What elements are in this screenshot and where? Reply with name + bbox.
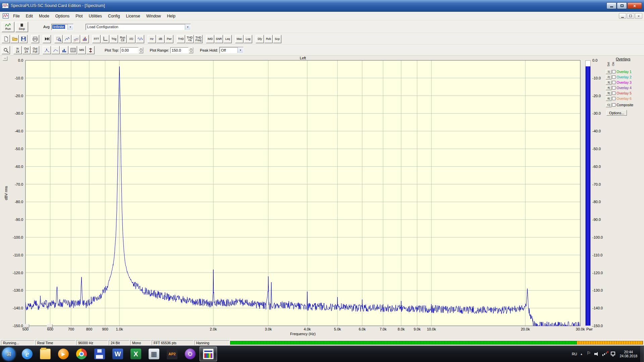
taskbar-media-app[interactable] [181, 347, 199, 361]
tray-expand-icon[interactable]: ▲ [580, 353, 583, 356]
units-db-button[interactable]: dB [156, 35, 165, 43]
menu-item-mode[interactable]: Mode [36, 13, 52, 19]
menu-item-window[interactable]: Window [143, 13, 164, 19]
mdi-restore-button[interactable] [627, 13, 634, 19]
taskbar-chrome[interactable] [73, 347, 90, 361]
taskbar-floppy-save[interactable] [91, 347, 108, 361]
overlay-on-checkbox[interactable] [612, 103, 615, 107]
load-configuration-select[interactable]: Load Configuration ▼ [86, 24, 191, 30]
taskbar-excel[interactable]: X [127, 347, 145, 361]
x-axis-scroll-handle[interactable] [47, 324, 53, 327]
taskbar-spectraplus[interactable] [200, 347, 217, 361]
menu-item-utilities[interactable]: Utilities [86, 13, 105, 19]
zoom-select-button[interactable] [54, 35, 63, 43]
leq-button[interactable]: Leq [223, 35, 232, 43]
imd-button[interactable]: IMD [206, 35, 214, 43]
clock[interactable]: 20:44 24.08.2018 [620, 350, 637, 358]
menu-item-options[interactable]: Options [52, 13, 72, 19]
show-desktop-button[interactable] [641, 346, 644, 362]
trigger-button[interactable]: Trig [110, 35, 118, 43]
units-hz-button[interactable]: Hz [148, 35, 156, 43]
spin-down-icon[interactable]: ▼ [139, 50, 143, 53]
io-device-button[interactable]: I/O [127, 35, 136, 43]
dropdown-arrow-icon[interactable]: ▼ [67, 24, 73, 30]
stop-button[interactable]: Stop [15, 22, 28, 32]
dropdown-arrow-icon[interactable]: ▼ [237, 47, 243, 53]
overlay-set-button-4[interactable]: 4] [606, 86, 611, 90]
overlay-set-button-5[interactable]: 5] [606, 91, 611, 96]
overlay-on-checkbox[interactable] [612, 97, 615, 100]
overlay-set-button-2[interactable]: 2] [606, 75, 611, 79]
menu-item-help[interactable]: Help [164, 13, 178, 19]
overlay-on-checkbox[interactable] [612, 75, 615, 79]
overlays-options-button[interactable]: Options... [606, 110, 627, 116]
zoom-in-2x-button[interactable]: In 2X [13, 46, 22, 54]
close-button[interactable]: × [627, 2, 642, 9]
signal-generator-button[interactable] [136, 35, 144, 43]
averaging-select[interactable]: Infinite ▼ [51, 24, 73, 30]
scope-button[interactable]: Scp [273, 35, 281, 43]
pane-collapse-button[interactable]: − [3, 56, 7, 61]
start-button[interactable]: ⊞ [2, 347, 15, 361]
peak-display-button[interactable] [43, 46, 51, 54]
run-control-button[interactable]: Run Ctl [118, 35, 127, 43]
maximize-button[interactable] [617, 2, 627, 9]
menu-item-config[interactable]: Config [105, 13, 123, 19]
x-axis-scroll-handle[interactable] [23, 324, 29, 327]
spin-up-icon[interactable]: ▲ [139, 47, 143, 50]
units-power-button[interactable]: Pwr [165, 35, 173, 43]
taskbar-internet-explorer[interactable]: e [18, 347, 36, 361]
display-icon[interactable] [610, 351, 616, 357]
network-error-icon[interactable] [602, 351, 608, 357]
overlay-on-checkbox[interactable] [612, 81, 615, 84]
run-button[interactable]: Run [2, 22, 14, 32]
taskbar-media-player[interactable]: ▶ [55, 347, 72, 361]
menu-item-file[interactable]: File [10, 13, 23, 19]
waterfall-view-button[interactable] [72, 35, 80, 43]
scaling-button[interactable] [101, 35, 109, 43]
volume-icon[interactable] [594, 351, 600, 357]
delay-button[interactable]: Dly [256, 35, 264, 43]
overlay-set-button-C[interactable]: C] [606, 103, 611, 107]
plot-top-spinner[interactable]: ▲▼ [139, 47, 143, 53]
print-button[interactable] [31, 35, 39, 43]
fast-forward-button[interactable] [43, 35, 51, 43]
thd-plus-n-button[interactable]: THD +N [185, 35, 194, 43]
overlay-on-checkbox[interactable] [612, 92, 615, 95]
overlay-set-button-1[interactable]: 1] [606, 70, 611, 74]
data-logging-button[interactable]: Log [244, 35, 252, 43]
mdi-minimize-button[interactable] [619, 13, 626, 19]
plot-range-spinner[interactable]: ▲▼ [189, 47, 193, 53]
data-table-button[interactable] [69, 46, 77, 54]
snr-button[interactable]: SNR [215, 35, 223, 43]
language-indicator[interactable]: RU [572, 352, 577, 356]
plot-range-input[interactable] [170, 47, 189, 53]
spin-up-icon[interactable]: ▲ [189, 47, 193, 50]
smooth-display-button[interactable] [51, 46, 60, 54]
taskbar-ap2-analyzer[interactable]: AP2 [163, 347, 181, 361]
spectrum-view-button[interactable] [63, 35, 71, 43]
action-center-icon[interactable] [586, 351, 592, 357]
overlay-on-checkbox[interactable] [612, 86, 615, 89]
minimize-button[interactable] [606, 2, 616, 9]
macro-button[interactable]: Mac [235, 35, 244, 43]
overlay-on-checkbox[interactable] [612, 70, 615, 73]
save-file-button[interactable] [19, 35, 28, 43]
menu-item-edit[interactable]: Edit [23, 13, 36, 19]
overlay-set-button-3[interactable]: 3] [606, 80, 611, 85]
thd-button[interactable]: THD [177, 35, 185, 43]
zoom-out-2x-button[interactable]: Out 2X [22, 46, 31, 54]
mdi-close-button[interactable]: × [635, 13, 642, 19]
bar-display-button[interactable] [60, 46, 68, 54]
peak-hold-select[interactable]: Off ▼ [219, 47, 244, 53]
spectrogram-view-button[interactable] [80, 35, 89, 43]
taskbar-file-explorer[interactable] [37, 347, 54, 361]
spin-down-icon[interactable]: ▼ [189, 50, 193, 53]
menu-item-plot[interactable]: Plot [72, 13, 86, 19]
spectrum-plot[interactable]: 0.00.0-10.0-10.0-20.0-20.0-30.0-30.0-40.… [0, 56, 644, 339]
new-file-button[interactable] [2, 35, 10, 43]
open-file-button[interactable] [10, 35, 19, 43]
menu-item-license[interactable]: License [123, 13, 143, 19]
markers-button[interactable]: Mrk [77, 46, 86, 54]
dropdown-arrow-icon[interactable]: ▼ [185, 24, 191, 30]
